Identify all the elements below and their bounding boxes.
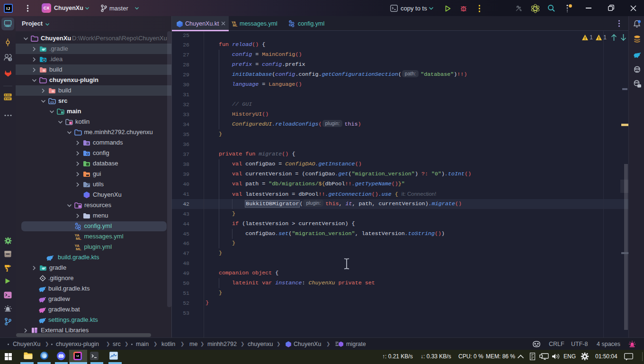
svg-text:ML: ML [233, 24, 238, 27]
svg-text:?: ? [9, 58, 11, 61]
svg-text:P: P [289, 20, 291, 23]
svg-text:<>: <> [50, 100, 54, 104]
